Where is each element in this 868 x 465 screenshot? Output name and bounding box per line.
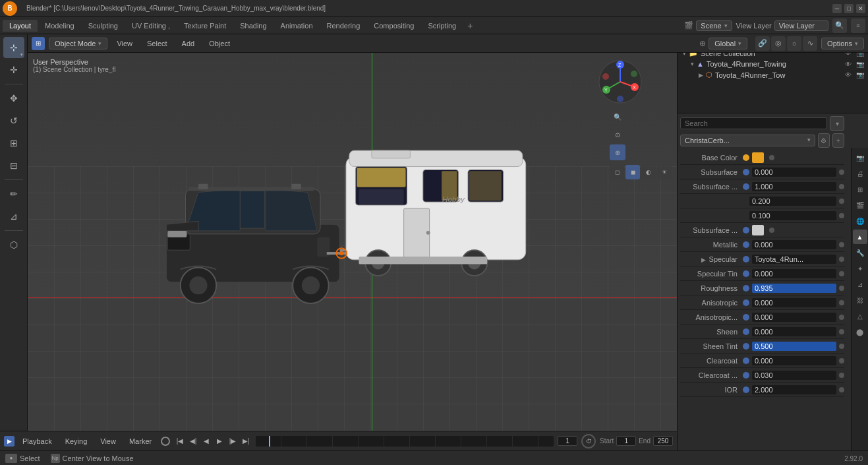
specular-tint-dot[interactable]	[743, 270, 749, 277]
sheen-value[interactable]: 0.000	[752, 327, 836, 336]
circle-button[interactable]: ○	[787, 36, 801, 51]
close-button[interactable]: ✕	[856, 4, 865, 13]
transform-tool-button[interactable]: ⊟	[3, 155, 24, 176]
timeline-cursor[interactable]	[269, 436, 270, 447]
object-menu-button[interactable]: Object	[204, 38, 235, 49]
timeline-content[interactable]	[256, 436, 554, 447]
material-settings-button[interactable]: ⚙	[818, 133, 830, 148]
material-preview-button[interactable]: ◐	[641, 165, 656, 179]
material-properties-button[interactable]: ⬤	[853, 325, 867, 339]
base-color-swatch[interactable]	[752, 152, 764, 163]
tab-shading[interactable]: Shading	[233, 20, 273, 32]
end-frame-display[interactable]: 250	[653, 436, 673, 446]
anisotropic-dot[interactable]	[743, 299, 749, 306]
scene-selector[interactable]: Scene ▾	[696, 20, 732, 31]
ior-dot[interactable]	[743, 387, 749, 393]
particles-properties-button[interactable]: ✦	[853, 261, 867, 276]
navigation-gizmo[interactable]: Z X Y	[596, 58, 644, 106]
options-button[interactable]: Options ▾	[821, 38, 864, 49]
subsurface-val2-value[interactable]: 0.200	[749, 197, 836, 206]
search-button[interactable]: 🔍	[832, 18, 847, 33]
wave-button[interactable]: ∿	[803, 36, 817, 51]
tab-modeling[interactable]: Modeling	[38, 20, 81, 32]
solid-shading-button[interactable]: ◼	[625, 165, 640, 179]
step-back-button[interactable]: ◀|	[187, 435, 199, 447]
view-menu-button[interactable]: View	[111, 38, 138, 49]
time-code-button[interactable]: ⏱	[581, 434, 596, 449]
specular-value[interactable]: Toyota_4Run...	[752, 255, 836, 264]
subsurface-value[interactable]: 0.000	[752, 168, 836, 177]
material-browse-button[interactable]: ▾	[830, 116, 844, 131]
render-properties-button[interactable]: 📷	[853, 150, 867, 165]
measure-tool-button[interactable]: ⊿	[3, 206, 24, 227]
tab-uv-editing[interactable]: UV Editing ,	[125, 20, 177, 32]
sheen-tint-value[interactable]: 0.500	[752, 342, 836, 351]
wireframe-button[interactable]: ◻	[610, 165, 624, 179]
filter-button[interactable]: ≡	[851, 18, 865, 33]
metallic-value[interactable]: 0.000	[752, 240, 836, 249]
object-properties-button[interactable]: ▲	[853, 230, 867, 244]
anisotropic-value[interactable]: 0.000	[752, 298, 836, 307]
anisotropic-rotation-value[interactable]: 0.000	[752, 313, 836, 322]
viewport[interactable]: Hobby	[28, 53, 677, 431]
tab-compositing[interactable]: Compositing	[367, 20, 420, 32]
material-search-input[interactable]	[680, 117, 827, 129]
tab-scripting[interactable]: Scripting	[421, 20, 463, 32]
constraints-properties-button[interactable]: ⛓	[853, 293, 867, 307]
ior-value[interactable]: 2.000	[752, 385, 836, 394]
material-name-selector[interactable]: ChristaCerb... ▾	[680, 135, 815, 146]
specular-tint-value[interactable]: 0.000	[752, 269, 836, 278]
subsurface-dot[interactable]	[743, 169, 749, 175]
material-add-button[interactable]: +	[832, 133, 844, 148]
rotate-tool-button[interactable]: ↺	[3, 110, 24, 131]
tab-sculpting[interactable]: Sculpting	[82, 20, 125, 32]
object-collection-row-1[interactable]: ▾ ▲ Toyota_4Runner_Towing 👁 📷	[685, 59, 868, 69]
output-properties-button[interactable]: 🖨	[853, 166, 867, 181]
move-tool-button[interactable]: ✥	[3, 88, 24, 109]
anisotropic-rotation-dot[interactable]	[743, 314, 749, 321]
snap-toggle-button[interactable]: 🔗	[755, 36, 770, 51]
object-camera-icon-2[interactable]: 📷	[856, 71, 864, 78]
object-visibility-icon-2[interactable]: 👁	[845, 71, 852, 78]
play-forward-button[interactable]: ▶	[214, 435, 225, 447]
specular-dot[interactable]	[743, 256, 749, 263]
physics-properties-button[interactable]: ⊿	[853, 277, 867, 292]
select-menu-button[interactable]: Select	[142, 38, 173, 49]
tab-texture-paint[interactable]: Texture Paint	[177, 20, 233, 32]
clearcoat-roughness-dot[interactable]	[743, 372, 749, 379]
clearcoat-roughness-value[interactable]: 0.030	[752, 371, 836, 380]
gizmo-toggle-button[interactable]: ⊕	[610, 144, 625, 160]
modifier-properties-button[interactable]: 🔧	[853, 245, 867, 260]
cursor-tool-button[interactable]: ✛	[3, 59, 24, 80]
clearcoat-dot[interactable]	[743, 357, 749, 364]
annotate-tool-button[interactable]: ✏	[3, 183, 24, 204]
jump-to-end-button[interactable]: ▶|	[240, 435, 252, 447]
object-collection-row-2[interactable]: ▶ ⬡ Toyota_4Runner_Tow 👁 📷	[693, 69, 868, 80]
view-layer-properties-button[interactable]: ⊞	[853, 182, 867, 197]
transform-selector[interactable]: Global ▾	[709, 38, 747, 49]
tab-rendering[interactable]: Rendering	[320, 20, 367, 32]
rendered-button[interactable]: ☀	[657, 165, 672, 179]
scene-properties-button[interactable]: 🎬	[853, 198, 867, 212]
playback-menu-button[interactable]: Playback	[17, 436, 57, 447]
jump-to-start-button[interactable]: |◀	[174, 435, 186, 447]
step-forward-button[interactable]: |▶	[227, 435, 239, 447]
sheen-tint-dot[interactable]	[743, 343, 749, 350]
object-visibility-icon-1[interactable]: 👁	[845, 61, 852, 68]
clearcoat-value[interactable]: 0.000	[752, 356, 836, 365]
select-box-tool-button[interactable]: ⊹ ▾	[3, 37, 24, 58]
viewport-shading-button[interactable]: 🔍	[610, 109, 625, 125]
record-button[interactable]	[161, 437, 170, 446]
base-color-dot[interactable]	[743, 154, 749, 161]
world-properties-button[interactable]: 🌐	[853, 214, 867, 228]
scale-tool-button[interactable]: ⊞	[3, 133, 24, 154]
roughness-value[interactable]: 0.935	[752, 284, 836, 293]
roughness-dot[interactable]	[743, 285, 749, 292]
view-layer-selector[interactable]: View Layer	[774, 20, 828, 31]
subsurface-aniso-value[interactable]: 1.000	[752, 182, 836, 191]
marker-menu-button[interactable]: Marker	[124, 436, 157, 447]
subsurface-color-dot[interactable]	[743, 227, 749, 233]
tab-animation[interactable]: Animation	[274, 20, 320, 32]
metallic-dot[interactable]	[743, 241, 749, 248]
sheen-dot[interactable]	[743, 328, 749, 335]
